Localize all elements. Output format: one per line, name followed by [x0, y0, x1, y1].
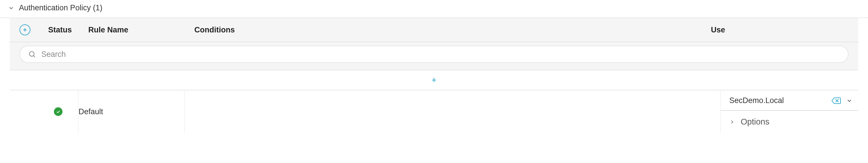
table-row: Default SecDemo.Local — [10, 90, 858, 133]
insert-rule-row: + — [10, 70, 858, 90]
section-header[interactable]: Authentication Policy (1) — [0, 0, 868, 18]
search-icon — [28, 50, 36, 58]
insert-rule-button[interactable]: + — [431, 75, 437, 85]
chevron-down-icon — [8, 5, 14, 11]
header-conditions: Conditions — [194, 26, 711, 34]
chevron-down-icon[interactable] — [846, 98, 852, 104]
chevron-right-icon — [729, 119, 735, 125]
search-box[interactable] — [20, 46, 848, 63]
options-toggle[interactable]: Options — [721, 111, 858, 133]
use-value: SecDemo.Local — [729, 96, 784, 105]
table-header: Status Rule Name Conditions Use — [10, 18, 858, 42]
status-enabled-icon — [54, 107, 62, 116]
add-rule-button[interactable] — [20, 24, 30, 35]
header-status: Status — [48, 26, 88, 34]
search-input[interactable] — [41, 50, 840, 59]
svg-point-2 — [30, 52, 34, 56]
options-label: Options — [741, 117, 769, 127]
section-title: Authentication Policy (1) — [19, 3, 102, 12]
rule-name: Default — [79, 107, 103, 116]
svg-line-3 — [34, 56, 35, 57]
header-use: Use — [711, 26, 848, 34]
use-select[interactable]: SecDemo.Local — [721, 90, 858, 111]
clear-icon[interactable] — [831, 97, 841, 105]
search-row — [10, 42, 858, 70]
header-rule-name: Rule Name — [88, 26, 194, 34]
